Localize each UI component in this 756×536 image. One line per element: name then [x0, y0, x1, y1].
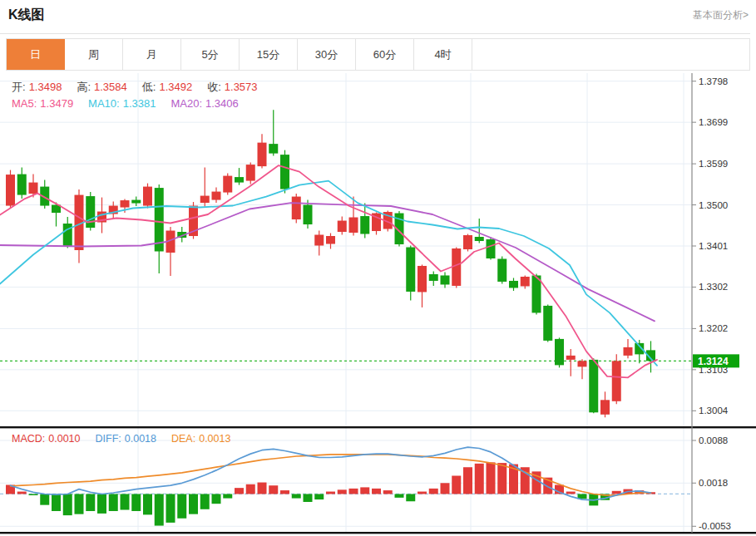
tab-周[interactable]: 周: [65, 39, 123, 70]
info-label: MA10:: [88, 97, 120, 110]
info-label: 高:: [77, 81, 91, 93]
tab-30分[interactable]: 30分: [298, 39, 356, 70]
tab-4时[interactable]: 4时: [414, 39, 472, 70]
axis-tick-label: -0.0053: [699, 521, 731, 531]
axis-tick-label: 1.3699: [699, 117, 728, 127]
info-value: 0.0010: [48, 433, 80, 445]
tab-日[interactable]: 日: [7, 39, 65, 70]
info-value: 1.3584: [94, 81, 127, 93]
info-value: 0.0018: [125, 433, 156, 445]
macd-info-row: MACD:0.0010DIFF:0.0018DEA:0.0013: [12, 433, 245, 445]
info-value: 1.3406: [205, 97, 239, 110]
info-value: 0.0013: [199, 433, 230, 445]
axis-tick-label: 1.3401: [699, 241, 728, 251]
axis-tick-label: 1.3202: [699, 323, 728, 333]
kline-widget: { "header": { "title": "K线图", "link": "基…: [0, 0, 756, 536]
tab-月[interactable]: 月: [123, 39, 181, 70]
tab-15分[interactable]: 15分: [240, 39, 298, 70]
info-label: MA5:: [12, 97, 37, 110]
axis-tick-label: 1.3302: [699, 282, 728, 292]
axis-tick-label: 1.3500: [699, 200, 728, 210]
header-divider: [0, 33, 750, 34]
info-value: 1.3498: [29, 81, 62, 93]
info-label: MA20:: [170, 97, 202, 110]
axis-tick-label: 1.3004: [699, 406, 729, 416]
info-value: 1.3381: [123, 97, 156, 110]
info-value: 1.3492: [159, 81, 192, 93]
axis-tick-label: 1.3599: [699, 159, 728, 169]
info-label: DIFF:: [96, 433, 121, 445]
info-label: 开:: [12, 81, 26, 93]
axis-tick-label: 0.0088: [699, 435, 728, 445]
interval-tabbar: 日周月5分15分30分60分4时: [6, 38, 750, 71]
info-label: 收:: [207, 81, 221, 93]
axis-tick-label: 0.0018: [699, 478, 728, 488]
info-label: MACD:: [12, 433, 45, 445]
tab-5分[interactable]: 5分: [181, 39, 240, 70]
ma-info-row: MA5:1.3479MA10:1.3381MA20:1.3406: [12, 97, 254, 110]
info-label: 低:: [142, 81, 156, 93]
axis-tick-label: 1.3798: [699, 76, 728, 86]
current-price-value: 1.3124: [698, 356, 729, 367]
info-label: DEA:: [171, 433, 195, 445]
tab-60分[interactable]: 60分: [356, 39, 414, 70]
ohlc-info-row: 开:1.3498高:1.3584低:1.3492收:1.3573: [12, 80, 273, 95]
kline-chart[interactable]: 1.37981.36991.35991.35001.34011.33021.32…: [0, 73, 756, 536]
info-value: 1.3479: [40, 97, 73, 110]
page-title: K线图: [8, 7, 45, 24]
fundamental-analysis-link[interactable]: 基本面分析>: [693, 8, 749, 22]
info-value: 1.3573: [225, 81, 258, 93]
